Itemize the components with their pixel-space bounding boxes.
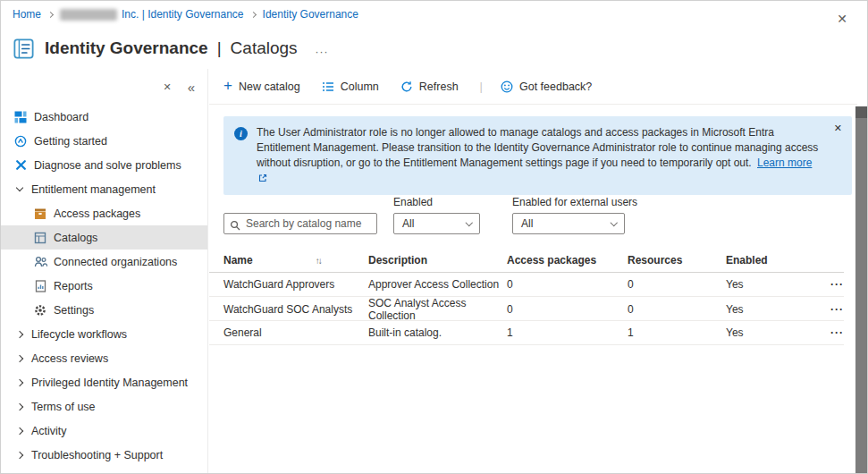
vertical-scrollbar[interactable] bbox=[855, 106, 867, 473]
sidebar-group-access-reviews[interactable]: Access reviews bbox=[1, 346, 207, 370]
feedback-button[interactable]: Got feedback? bbox=[501, 80, 592, 93]
search-icon bbox=[230, 218, 240, 234]
page-subtitle: Catalogs bbox=[231, 38, 298, 58]
sidebar-group-privileged-identity-management[interactable]: Privileged Identity Management bbox=[1, 370, 207, 394]
sidebar-item-label: Activity bbox=[31, 425, 67, 437]
sidebar-item-label: Connected organizations bbox=[54, 256, 177, 268]
table-row[interactable]: WatchGuard SOC Analysts SOC Analyst Acce… bbox=[209, 297, 844, 321]
catalog-search-box bbox=[223, 213, 377, 234]
info-icon: i bbox=[234, 127, 248, 140]
diagnose-icon bbox=[13, 159, 28, 171]
command-bar: + New catalog Column Refresh | Got feedb… bbox=[209, 69, 857, 105]
plus-icon: + bbox=[223, 81, 232, 90]
clear-search-icon[interactable]: ✕ bbox=[163, 81, 171, 93]
scrollbar-up-button[interactable] bbox=[855, 106, 867, 118]
cell-access-packages: 0 bbox=[507, 303, 628, 316]
banner-close-icon[interactable]: ✕ bbox=[834, 123, 842, 134]
reports-icon bbox=[33, 280, 47, 292]
sidebar-group-troubleshooting-support[interactable]: Troubleshooting + Support bbox=[1, 443, 207, 467]
cell-resources: 0 bbox=[628, 303, 726, 316]
sidebar-item-label: Access reviews bbox=[31, 352, 108, 365]
sidebar-item-connected-organizations[interactable]: Connected organizations bbox=[1, 250, 207, 274]
column-label: Column bbox=[341, 80, 379, 93]
identity-governance-icon bbox=[12, 37, 36, 61]
cell-enabled: Yes bbox=[726, 278, 824, 291]
column-button[interactable]: Column bbox=[322, 80, 379, 93]
sidebar-item-label: Troubleshooting + Support bbox=[31, 449, 163, 461]
sidebar-item-label: Getting started bbox=[34, 135, 107, 148]
column-header-resources[interactable]: Resources bbox=[628, 254, 726, 267]
sidebar-item-catalogs[interactable]: Catalogs bbox=[1, 225, 207, 250]
breadcrumb-org-label: Inc. | Identity Governance bbox=[122, 8, 244, 21]
table-row[interactable]: WatchGuard Approvers Approver Access Col… bbox=[209, 273, 844, 297]
close-icon[interactable]: ✕ bbox=[837, 12, 847, 26]
chevron-down-icon bbox=[610, 219, 617, 226]
cell-description: SOC Analyst Access Collection bbox=[368, 297, 507, 322]
sort-icon[interactable]: ↑↓ bbox=[316, 256, 321, 266]
breadcrumb-separator-icon bbox=[47, 12, 54, 18]
sidebar-group-activity[interactable]: Activity bbox=[1, 419, 207, 443]
cell-name: General bbox=[223, 326, 368, 339]
external-users-filter: Enabled for external users All bbox=[512, 196, 637, 234]
sidebar-item-dashboard[interactable]: Dashboard bbox=[1, 105, 207, 129]
catalogs-table: Name ↑↓ Description Access packages Reso… bbox=[209, 249, 844, 345]
external-users-filter-dropdown[interactable]: All bbox=[512, 213, 625, 234]
sidebar-group-entitlement-management[interactable]: Entitlement management bbox=[1, 177, 207, 201]
sidebar-group-lifecycle-workflows[interactable]: Lifecycle workflows bbox=[1, 322, 207, 346]
sidebar-group-terms-of-use[interactable]: Terms of use bbox=[1, 394, 207, 419]
search-input[interactable] bbox=[224, 214, 376, 233]
sidebar-item-label: Terms of use bbox=[31, 401, 96, 413]
info-banner: i The User Administrator role is no long… bbox=[223, 116, 852, 195]
sidebar-item-label: Lifecycle workflows bbox=[31, 328, 127, 341]
sidebar-item-reports[interactable]: Reports bbox=[1, 274, 207, 298]
banner-text: The User Administrator role is no longer… bbox=[257, 125, 822, 186]
feedback-label: Got feedback? bbox=[519, 80, 592, 93]
cell-name: WatchGuard Approvers bbox=[223, 278, 368, 291]
row-actions-button[interactable]: ··· bbox=[824, 278, 844, 291]
refresh-button[interactable]: Refresh bbox=[400, 80, 459, 93]
toolbar-divider: | bbox=[480, 80, 483, 93]
chevron-right-icon bbox=[13, 332, 25, 337]
cell-description: Built-in catalog. bbox=[368, 326, 507, 339]
new-catalog-button[interactable]: + New catalog bbox=[223, 80, 300, 93]
column-header-name[interactable]: Name ↑↓ bbox=[223, 254, 368, 267]
more-options-icon[interactable]: ··· bbox=[316, 46, 329, 58]
cell-enabled: Yes bbox=[726, 326, 824, 339]
column-header-description[interactable]: Description bbox=[368, 254, 507, 267]
external-link-icon bbox=[258, 174, 267, 182]
dropdown-value: All bbox=[521, 217, 533, 230]
new-catalog-label: New catalog bbox=[239, 80, 300, 93]
sidebar-item-diagnose-and-solve-problems[interactable]: Diagnose and solve problems bbox=[1, 153, 207, 177]
sidebar-item-label: Privileged Identity Management bbox=[31, 377, 188, 389]
sidebar-search-bar: ✕ « bbox=[1, 69, 207, 105]
table-row[interactable]: General Built-in catalog. 1 1 Yes ··· bbox=[209, 321, 844, 345]
getting-started-icon bbox=[13, 135, 28, 148]
row-actions-button[interactable]: ··· bbox=[824, 303, 844, 316]
breadcrumb-separator-icon bbox=[250, 12, 257, 18]
sidebar-item-settings[interactable]: Settings bbox=[1, 298, 207, 322]
chevron-right-icon bbox=[13, 380, 25, 385]
identity-governance-catalogs-page: Home Inc. | Identity Governance Identity… bbox=[0, 0, 868, 474]
breadcrumb-current-link[interactable]: Identity Governance bbox=[263, 8, 358, 21]
sidebar-item-access-packages[interactable]: Access packages bbox=[1, 201, 207, 225]
breadcrumb-org-link[interactable]: Inc. | Identity Governance bbox=[60, 8, 244, 21]
filters-row: Enabled All Enabled for external users A… bbox=[223, 196, 637, 234]
cell-name: WatchGuard SOC Analysts bbox=[223, 303, 368, 316]
column-header-access-packages[interactable]: Access packages bbox=[507, 254, 628, 267]
sidebar-item-getting-started[interactable]: Getting started bbox=[1, 129, 207, 153]
page-header: Identity Governance | Catalogs ··· bbox=[1, 28, 867, 69]
settings-gear-icon bbox=[33, 304, 47, 317]
learn-more-link[interactable]: Learn more bbox=[757, 157, 812, 169]
row-actions-button[interactable]: ··· bbox=[824, 326, 844, 339]
collapse-sidebar-icon[interactable]: « bbox=[188, 80, 195, 95]
chevron-right-icon bbox=[13, 356, 25, 361]
sidebar-item-label: Catalogs bbox=[54, 232, 97, 244]
breadcrumb-home-link[interactable]: Home bbox=[13, 8, 41, 21]
sidebar-item-label: Access packages bbox=[54, 207, 140, 220]
banner-message: The User Administrator role is no longer… bbox=[257, 126, 818, 169]
column-header-label: Name bbox=[223, 254, 253, 267]
chevron-right-icon bbox=[13, 453, 25, 458]
column-header-enabled[interactable]: Enabled bbox=[726, 254, 824, 267]
main-content: + New catalog Column Refresh | Got feedb… bbox=[209, 69, 857, 473]
enabled-filter-dropdown[interactable]: All bbox=[393, 213, 480, 234]
